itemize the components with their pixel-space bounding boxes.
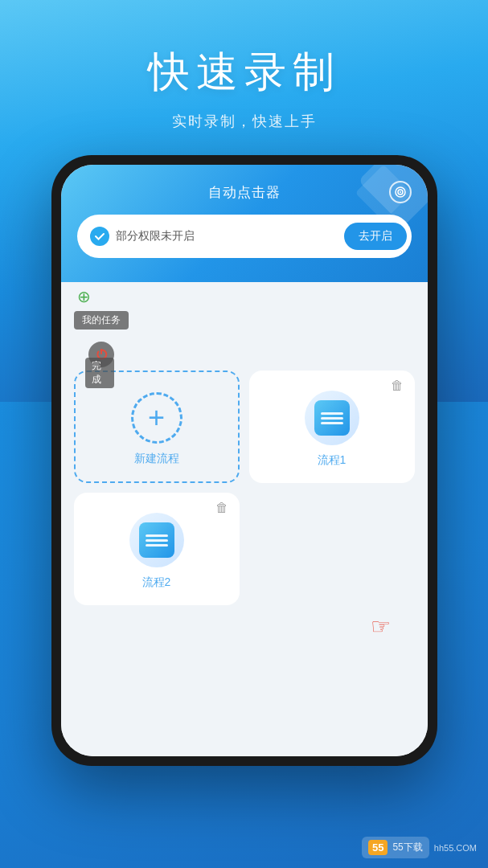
flow2-label: 流程2 bbox=[142, 575, 171, 590]
phone-screen: 自动点击器 bbox=[61, 165, 428, 756]
flow2-doc-icon bbox=[139, 522, 174, 558]
hero-section: 快速录制 实时录制，快速上手 bbox=[148, 44, 341, 131]
task-section: 我的任务 完成 bbox=[74, 311, 415, 367]
phone-content: 我的任务 完成 bbox=[61, 311, 428, 756]
doc-line-6 bbox=[146, 544, 168, 547]
click-cursor-icon: ☞ bbox=[371, 613, 391, 640]
flow1-doc-icon-wrapper bbox=[305, 391, 359, 445]
delete-flow2-icon[interactable]: 🗑 bbox=[215, 501, 228, 515]
permission-text: 部分权限未开启 bbox=[116, 229, 338, 244]
plus-icon: + bbox=[131, 392, 182, 444]
cursor-area: ☞ bbox=[74, 613, 415, 640]
phone-mockup: 自动点击器 bbox=[51, 155, 437, 766]
watermark-domain: hh55.COM bbox=[434, 843, 477, 853]
watermark: 55 55下载 hh55.COM bbox=[362, 837, 477, 858]
done-badge: 完成 bbox=[85, 358, 114, 388]
phone-header: 自动点击器 bbox=[61, 165, 428, 282]
empty-cell bbox=[249, 493, 415, 605]
doc-line-4 bbox=[146, 534, 168, 537]
flow-1-card[interactable]: 🗑 流程1 bbox=[249, 371, 415, 483]
flow1-label: 流程1 bbox=[318, 453, 347, 468]
flow-2-card[interactable]: 🗑 流程2 bbox=[74, 493, 240, 605]
permission-check-icon bbox=[90, 227, 109, 246]
flow2-doc-icon-wrapper bbox=[129, 513, 184, 567]
watermark-box: 55 55下载 bbox=[362, 837, 429, 858]
hero-title: 快速录制 bbox=[148, 44, 341, 100]
doc-line-3 bbox=[321, 422, 343, 424]
hero-subtitle: 实时录制，快速上手 bbox=[148, 112, 341, 131]
page-wrapper: 快速录制 实时录制，快速上手 自动点击器 bbox=[0, 0, 488, 868]
doc-line-1 bbox=[321, 412, 343, 415]
flow-row-2: 🗑 流程2 bbox=[74, 493, 415, 605]
flow1-doc-icon bbox=[314, 400, 350, 436]
doc-line-5 bbox=[146, 539, 168, 542]
new-flow-label: 新建流程 bbox=[134, 452, 179, 466]
flow-row-1: + 新建流程 🗑 流程1 bbox=[74, 371, 415, 483]
header-decoration bbox=[331, 165, 428, 245]
watermark-number: 55 bbox=[368, 840, 388, 855]
watermark-text: 55下载 bbox=[392, 841, 422, 854]
doc-line-2 bbox=[321, 417, 343, 420]
move-cross-icon[interactable]: ⊕ bbox=[77, 287, 91, 306]
delete-flow1-icon[interactable]: 🗑 bbox=[391, 379, 404, 393]
move-handle-area: ⊕ bbox=[61, 282, 428, 311]
